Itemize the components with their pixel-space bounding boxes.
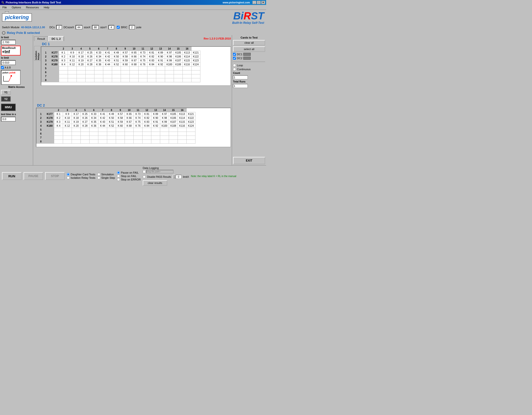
close-button[interactable]: ✕ <box>261 1 265 4</box>
pause-on-fail-radio[interactable] <box>117 171 120 174</box>
dc2-table-cell-1-6: K 50 <box>107 116 116 120</box>
tab-result[interactable]: Result <box>34 36 48 41</box>
pause-button[interactable]: PAUSE <box>24 172 43 180</box>
dc2-table-cell-4-11 <box>151 128 160 132</box>
continuous-radio[interactable] <box>233 68 236 71</box>
disable-pass-radio[interactable] <box>143 175 146 178</box>
dc2-table-cell-6-0 <box>54 136 63 140</box>
dc2-isol-col <box>34 103 36 122</box>
bric-checkbox[interactable] <box>117 26 120 29</box>
hi-limit-input[interactable] <box>1 40 16 45</box>
dc2-table-rownum-6: 7 <box>37 136 45 140</box>
y1-button[interactable]: Y1 <box>1 90 11 95</box>
mmu-button[interactable]: MMU <box>1 104 16 111</box>
stop-on-error-radio[interactable] <box>117 178 120 181</box>
log-row <box>143 170 189 173</box>
tab-dc12[interactable]: DC 1, 2 <box>48 36 64 41</box>
dc1-table-kname-0: K177 <box>50 51 59 55</box>
log-path-input[interactable] <box>146 170 173 173</box>
isolation-relay-radio[interactable] <box>67 176 70 179</box>
dc2-table-rownum-0: 1 <box>37 112 45 116</box>
dc1-table-cell-0-15: K121 <box>192 51 200 55</box>
dc2-table-cell-0-0: K 1 <box>54 112 63 116</box>
dc2-table-cell-1-7: K 58 <box>116 116 125 120</box>
center-panel: Result DC 1, 2 Rev 1.2.0 2-FEB-2010 Isol… <box>33 35 232 165</box>
limitx-up-btn[interactable]: ▲ <box>173 175 176 177</box>
dc1-table-cell-5-1 <box>68 70 77 74</box>
dc1-checkbox[interactable] <box>233 53 236 56</box>
dc1-table-cell-7-11 <box>156 78 165 82</box>
dc2-table-cell-5-0 <box>54 132 63 136</box>
select-all-button[interactable]: select all <box>233 46 265 52</box>
dc2-table-cell-0-5: K 41 <box>98 112 107 116</box>
dc1-table-cell-1-2: K 18 <box>77 55 86 59</box>
dc2-table-cell-2-0: K 3 <box>54 120 63 124</box>
dc2-table-cell-1-14: K114 <box>178 116 187 120</box>
dc1-table-cell-0-14: K113 <box>183 51 192 55</box>
dc1-body: 1K177K 1K 9K 17K 25K 33K 41K 49K 57K 65K… <box>41 51 200 82</box>
run-button[interactable]: RUN <box>2 172 22 180</box>
stop-on-fail-radio[interactable] <box>117 175 120 178</box>
pole-diagram-svg <box>2 74 21 86</box>
exit-button[interactable]: EXIT <box>233 157 265 164</box>
stop-button[interactable]: STOP <box>45 172 65 180</box>
dc2-table-cell-0-13: K105 <box>169 112 178 116</box>
clear-results-button[interactable]: clear results <box>143 180 167 186</box>
test-time-input[interactable] <box>1 117 16 122</box>
clear-all-button[interactable]: clear all <box>233 40 265 45</box>
note-text: Note: the relay label K = RL in the manu… <box>191 175 236 178</box>
ab-checkbox[interactable] <box>1 66 4 69</box>
limitx-input[interactable] <box>176 175 182 179</box>
separator1 <box>233 62 265 62</box>
menu-resources[interactable]: Resources <box>25 5 40 9</box>
limitx-spin-buttons[interactable]: ▲ ▼ <box>173 175 176 179</box>
dc2-table-cell-0-9: K 73 <box>134 112 143 116</box>
dc2-table-cell-2-9: K 75 <box>134 120 143 124</box>
simulation-radio[interactable] <box>97 173 100 176</box>
dc1-table-cell-6-12 <box>165 74 174 78</box>
menu-options[interactable]: Options <box>10 5 23 9</box>
limitx-down-btn[interactable]: ▼ <box>173 177 176 179</box>
dc1-table-cell-3-12: K100 <box>165 63 174 67</box>
dc2-table-cell-5-4 <box>90 132 98 136</box>
menu-help[interactable]: Help <box>42 5 51 9</box>
dc1-table-cell-4-8 <box>130 67 139 70</box>
menu-file[interactable]: File <box>1 5 8 9</box>
log-checkbox[interactable] <box>143 170 146 173</box>
dc2-table-kname-5 <box>45 132 54 136</box>
tabs-row: Result DC 1, 2 Rev 1.2.0 2-FEB-2010 <box>34 36 231 41</box>
minimize-button[interactable]: _ <box>252 1 256 4</box>
lo-limit-input[interactable] <box>1 60 16 65</box>
loop-radio[interactable] <box>233 64 236 67</box>
maximize-button[interactable]: □ <box>257 1 261 4</box>
dc1-table-cell-2-7: K 59 <box>121 59 130 63</box>
dc1-table-cell-1-7: K 58 <box>121 55 130 59</box>
dc1-table-cell-7-2 <box>77 78 86 82</box>
dc1-table-cell-0-10: K 81 <box>147 51 156 55</box>
dc2-table-cell-3-0: K 4 <box>54 124 63 128</box>
dc1-table-cell-4-13 <box>174 67 183 70</box>
dc1-table-cell-2-8: K 67 <box>130 59 139 63</box>
dc1-table-cell-4-5 <box>103 67 112 70</box>
dc2-table-cell-6-2 <box>72 136 81 140</box>
dc2-table-cell-6-11 <box>151 136 160 140</box>
dc1-table-col-kname <box>50 47 59 51</box>
dc1-table-cell-1-4: K 34 <box>94 55 103 59</box>
count-input[interactable] <box>233 75 248 79</box>
single-step-radio[interactable] <box>97 176 100 179</box>
dc1-table-cell-5-6 <box>112 70 121 74</box>
dc2-table-cell-7-2 <box>72 140 81 144</box>
dc1-table-cell-2-5: K 43 <box>103 59 112 63</box>
daughter-card-radio[interactable] <box>67 173 70 176</box>
dc2-table-cell-3-15: K124 <box>187 124 195 128</box>
dc2-table-cell-7-4 <box>90 140 98 144</box>
dc2-table-cell-3-12: K100 <box>160 124 169 128</box>
dc2-checkbox[interactable] <box>233 57 236 60</box>
dc1-table-col-3: 3 <box>68 47 77 51</box>
total-runs-input[interactable] <box>233 84 248 88</box>
sizex-label: sizeX <box>84 26 91 29</box>
dc1-table-cell-4-9 <box>139 67 147 70</box>
header-logos: pickering BiRST Built-In Relay Self-Test <box>0 10 266 25</box>
dc2-table-cell-3-10: K 84 <box>143 124 151 128</box>
y2-button[interactable]: Y2 <box>1 96 11 102</box>
